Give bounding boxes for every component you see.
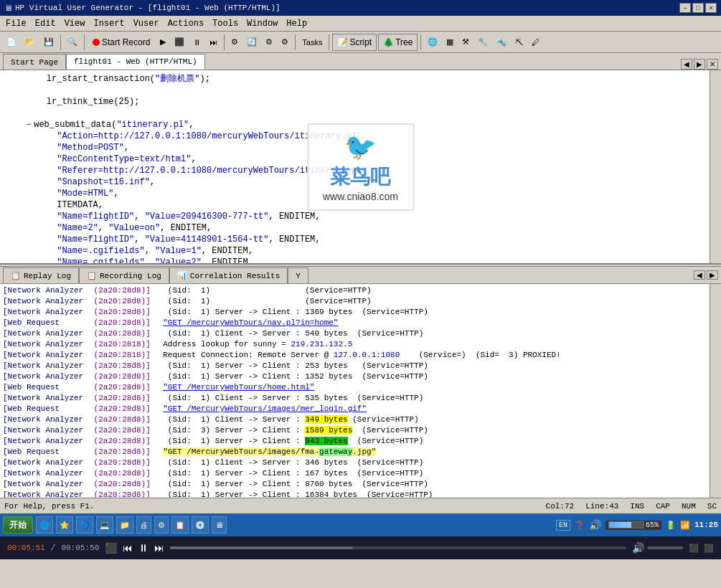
settings-button[interactable]: ⚙ [262,34,276,51]
pause-button[interactable]: ⏸ [189,34,204,51]
volume-control: 🔊 [632,542,683,554]
lang-badge: EN [556,520,570,531]
taskbar-icon-2[interactable]: ⭐ [56,516,73,534]
more-button[interactable]: ▦ [443,34,457,51]
taskbar-icon-6[interactable]: 🖨 [136,516,151,534]
taskbar-icon-8[interactable]: 📋 [171,516,189,534]
tab-start-page[interactable]: Start Page [3,54,66,70]
code-scrollbar[interactable] [710,70,721,263]
log-line-20: [Network Analyzer (2a20:28d8)] (Sid: 1) … [0,490,721,498]
menu-vuser[interactable]: Vuser [129,17,164,30]
log-area[interactable]: [Network Analyzer (2a20:28d8)] (Sid: 1) … [0,284,721,498]
menu-tools[interactable]: Tools [208,17,242,30]
sys-icon-1: 🔋 [666,521,676,530]
menu-view[interactable]: View [60,17,90,30]
status-bar: For Help, press F1. Col:72 Line:43 INS C… [0,498,721,513]
save-button[interactable]: 💾 [40,34,57,51]
brightness-value: 65% [646,521,659,529]
media-play-button[interactable]: ⏸ [138,542,149,554]
start-record-button[interactable]: Start Record [88,34,155,51]
new-button[interactable]: 📄 [3,34,20,51]
code-line-1: lr_start_transaction("删除机票"); [0,73,721,85]
runtime-settings-button[interactable]: ⚙ [278,34,292,51]
tab-replay-log[interactable]: 📋 Replay Log [3,267,79,283]
tasks-button[interactable]: Tasks [298,34,326,51]
taskbar-icon-9[interactable]: 💿 [192,516,209,534]
tool3-button[interactable]: 🔩 [493,34,510,51]
taskbar-icon-5[interactable]: 📁 [116,516,133,534]
status-num: NUM [682,502,696,511]
open-button[interactable]: 📂 [22,34,39,51]
taskbar-icon-1[interactable]: 🌐 [36,516,53,534]
log-scrollbar[interactable] [710,284,721,498]
play-button[interactable]: ▶ [156,34,169,51]
tab-extra[interactable]: Y [288,267,308,283]
log-line-13: [Network Analyzer (2a20:28d8)] (Sid: 1) … [0,414,721,425]
find-button[interactable]: 🔍 [64,34,81,51]
media-next-button[interactable]: ⏭ [154,542,164,554]
menu-window[interactable]: Window [242,17,282,30]
log-line-12: [Web Request (2a20:28d8)] "GET /MercuryW… [0,404,721,414]
menu-edit[interactable]: Edit [31,17,60,30]
stop-button[interactable]: ⬛ [171,34,188,51]
extra-label: Y [296,272,301,280]
media-prev-button[interactable]: ⏮ [123,542,133,554]
menu-file[interactable]: File [1,17,31,30]
bottom-scroll-left[interactable]: ◀ [694,270,705,280]
tab-prev-button[interactable]: ◀ [681,59,692,70]
code-line-10: "Snapshot=t16.inf", [0,176,721,188]
volume-slider[interactable] [647,546,683,549]
browser-button[interactable]: 🌐 [424,34,441,51]
status-line: Line:43 [585,502,618,511]
replay-log-icon: 📋 [11,271,21,280]
expand-icon[interactable]: − [26,119,31,131]
compile-button[interactable]: ⚙ [227,34,242,51]
tool1-button[interactable]: ⚒ [458,34,473,51]
title-bar-left: 🖥 HP Virtual User Generator - [flight01 … [4,4,281,13]
menu-actions[interactable]: Actions [164,17,208,30]
taskbar-icon-4[interactable]: 💻 [96,516,113,534]
vol-icon[interactable]: 🔊 [632,542,644,554]
taskbar-icon-7[interactable]: ⚙ [154,516,169,534]
code-line-12: ITEMDATA, [0,199,721,211]
media-stop-button[interactable]: ⬛ [105,542,117,554]
title-bar: 🖥 HP Virtual User Generator - [flight01 … [0,0,721,16]
menu-help[interactable]: Help [282,17,311,30]
tool5-button[interactable]: 🖊 [528,34,543,51]
code-line-16: "Name=.cgifields", "Value=1", ENDITEM, [0,245,721,257]
tool2-button[interactable]: 🔧 [474,34,491,51]
code-editor[interactable]: lr_start_transaction("删除机票"); lr_think_t… [0,70,721,264]
tab-list-button[interactable]: ✕ [707,59,718,70]
tab-flight01[interactable]: flight01 - Web (HTTP/HTML) [66,54,205,70]
media-progress-bar[interactable] [170,546,626,549]
volume-icon[interactable]: 🔊 [589,519,601,531]
tool4-button[interactable]: ⛏ [512,34,527,51]
code-line-6: "Action=http://127.0.0.1:1080/mercuryWeb… [0,131,721,142]
tab-recording-log[interactable]: 📋 Recording Log [79,267,169,283]
refresh-button[interactable]: 🔄 [243,34,260,51]
separator-1 [60,34,61,50]
media-time-sep: / [51,544,56,552]
maximize-button[interactable]: □ [692,3,704,13]
replay-log-label: Replay Log [24,272,71,280]
log-line-6: [Network Analyzer (2a20:2818)] Address l… [0,339,721,350]
bottom-scroll-right[interactable]: ▶ [707,270,718,280]
correlation-label: Correlation Results [190,272,280,280]
start-button[interactable]: 开始 [3,516,33,534]
tab-next-button[interactable]: ▶ [694,59,705,70]
step-button[interactable]: ⏭ [206,34,221,51]
bottom-tab-scroll: ◀ ▶ [694,267,718,283]
code-line-9: "Referer=http://127.0.0.1:1080/mercuryWe… [0,165,721,176]
toolbar: 📄 📂 💾 🔍 Start Record ▶ ⬛ ⏸ ⏭ ⚙ 🔄 ⚙ ⚙ Tas… [0,32,721,53]
menu-insert[interactable]: Insert [89,17,128,30]
tree-view-button[interactable]: 🌲 Tree [378,34,418,51]
separator-5 [329,34,329,50]
code-line-5: − web_submit_data("itinerary.pl", [0,119,721,131]
script-view-button[interactable]: 📝 Script [332,34,377,51]
taskbar-icon-3[interactable]: 🔵 [76,516,93,534]
recording-log-icon: 📋 [87,271,97,280]
taskbar-icon-10[interactable]: 🖥 [212,516,227,534]
close-button[interactable]: × [705,3,717,13]
tab-correlation[interactable]: 📊 Correlation Results [169,267,288,283]
minimize-button[interactable]: − [679,3,691,13]
